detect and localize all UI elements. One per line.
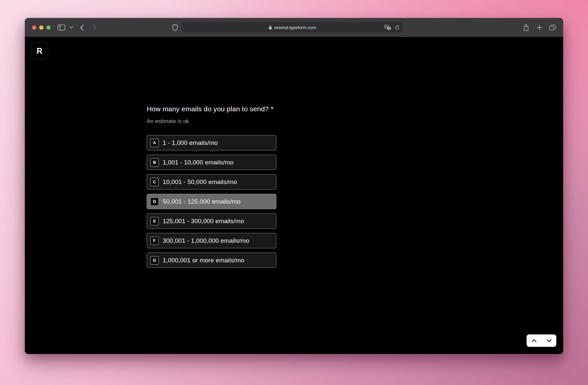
answer-option-g[interactable]: G 1,000,001 or more emails/mo bbox=[147, 253, 276, 268]
answer-options-list: A 1 - 1,000 emails/mo B 1,001 - 10,000 e… bbox=[147, 135, 276, 272]
key-hint-badge: F bbox=[150, 237, 159, 245]
translate-icon[interactable]: A a bbox=[384, 25, 391, 30]
key-hint-badge: G bbox=[150, 256, 159, 265]
close-window-button[interactable] bbox=[32, 25, 36, 30]
answer-option-d[interactable]: D 50,001 - 125,000 emails/mo bbox=[147, 194, 276, 209]
shield-privacy-icon[interactable] bbox=[171, 18, 180, 37]
key-hint-badge: A bbox=[150, 139, 159, 147]
option-label: 10,001 - 50,000 emails/mo bbox=[163, 178, 237, 186]
question-title: How many emails do you plan to send? * bbox=[147, 104, 330, 114]
address-bar[interactable]: resend.typeform.com A a bbox=[182, 22, 402, 33]
key-hint-badge: D bbox=[150, 197, 159, 206]
new-tab-icon[interactable] bbox=[535, 18, 544, 37]
typeform-brand-logo: R bbox=[31, 42, 48, 59]
reload-icon[interactable] bbox=[395, 25, 400, 30]
sidebar-icon[interactable] bbox=[57, 18, 66, 37]
chevron-down-icon bbox=[547, 339, 552, 342]
option-label: 125,001 - 300,000 emails/mo bbox=[163, 218, 244, 225]
answer-option-f[interactable]: F 300,001 - 1,000,000 emails/mo bbox=[147, 233, 276, 248]
key-hint-badge: C bbox=[150, 178, 159, 186]
option-label: 50,001 - 125,000 emails/mo bbox=[163, 198, 240, 205]
zoom-window-button[interactable] bbox=[46, 25, 51, 30]
chevron-up-icon bbox=[531, 339, 537, 342]
window-controls bbox=[32, 25, 51, 30]
desktop-background: resend.typeform.com A a bbox=[0, 0, 588, 385]
browser-toolbar: resend.typeform.com A a bbox=[25, 18, 563, 37]
key-hint-badge: B bbox=[150, 158, 159, 167]
minimize-window-button[interactable] bbox=[39, 25, 43, 30]
previous-question-button[interactable] bbox=[527, 334, 541, 347]
key-hint-badge: E bbox=[150, 217, 159, 225]
answer-option-a[interactable]: A 1 - 1,000 emails/mo bbox=[147, 135, 276, 150]
option-label: 1,001 - 10,000 emails/mo bbox=[163, 159, 234, 166]
answer-option-b[interactable]: B 1,001 - 10,000 emails/mo bbox=[147, 155, 276, 170]
browser-window: resend.typeform.com A a bbox=[25, 18, 563, 354]
answer-option-c[interactable]: C 10,001 - 50,000 emails/mo bbox=[147, 174, 276, 190]
svg-text:a: a bbox=[388, 27, 390, 29]
lock-icon bbox=[269, 25, 272, 30]
option-label: 1,000,001 or more emails/mo bbox=[163, 257, 244, 264]
option-label: 300,001 - 1,000,000 emails/mo bbox=[163, 237, 249, 244]
page-content: R How many emails do you plan to send? *… bbox=[25, 37, 563, 354]
option-label: 1 - 1,000 emails/mo bbox=[163, 139, 218, 146]
svg-text:A: A bbox=[385, 25, 387, 28]
question-subtitle: An estimate is ok bbox=[147, 117, 330, 125]
chevron-down-icon[interactable] bbox=[68, 18, 74, 37]
forward-icon[interactable] bbox=[91, 18, 99, 37]
url-text: resend.typeform.com bbox=[274, 25, 317, 30]
next-question-button[interactable] bbox=[542, 334, 556, 347]
question-nav bbox=[527, 334, 556, 347]
back-icon[interactable] bbox=[78, 18, 86, 37]
show-all-tabs-icon[interactable] bbox=[547, 18, 557, 37]
answer-option-e[interactable]: E 125,001 - 300,000 emails/mo bbox=[147, 213, 276, 229]
share-icon[interactable] bbox=[521, 18, 531, 37]
